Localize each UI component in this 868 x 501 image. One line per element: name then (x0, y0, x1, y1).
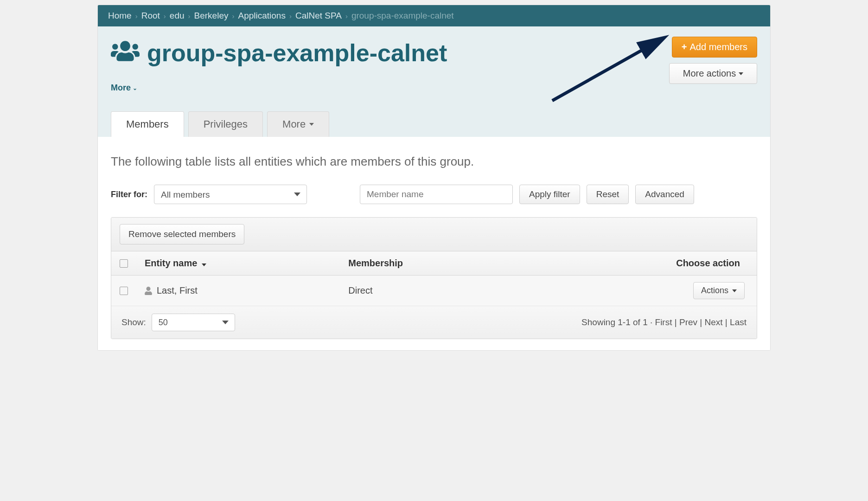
row-actions-button[interactable]: Actions (693, 282, 745, 299)
plus-icon: + (682, 42, 687, 52)
group-icon (111, 37, 140, 69)
more-options-link[interactable]: More ⌄ (111, 83, 137, 93)
sort-desc-icon (202, 263, 206, 266)
row-actions-label: Actions (701, 286, 728, 295)
paging-text: Showing 1-1 of 1 · First | Prev | Next |… (581, 317, 747, 327)
chevron-right-icon: › (289, 12, 292, 20)
table-description: The following table lists all entities w… (111, 154, 757, 169)
breadcrumb-calnet-spa[interactable]: CalNet SPA (295, 11, 342, 21)
tab-more[interactable]: More (267, 111, 329, 137)
filter-label: Filter for: (111, 190, 147, 199)
membership-value: Direct (340, 276, 525, 306)
header: group-spa-example-calnet More ⌄ + Add me… (98, 26, 770, 137)
chevron-right-icon: › (345, 12, 348, 20)
tab-privileges-label: Privileges (204, 118, 248, 130)
show-count-select[interactable]: 50 (152, 314, 235, 331)
breadcrumb-root[interactable]: Root (141, 11, 160, 21)
select-all-checkbox[interactable] (120, 259, 128, 268)
members-table: Entity name Membership Choose action (111, 251, 757, 306)
caret-down-icon (732, 289, 737, 292)
tabs: Members Privileges More (111, 111, 757, 137)
members-table-panel: Remove selected members Entity name Memb… (111, 217, 757, 339)
choose-action-header: Choose action (525, 251, 757, 276)
person-icon (145, 287, 152, 295)
chevron-right-icon: › (135, 12, 138, 20)
row-checkbox[interactable] (120, 287, 128, 295)
member-name-input[interactable] (360, 185, 513, 204)
membership-header[interactable]: Membership (340, 251, 525, 276)
reset-button[interactable]: Reset (587, 185, 629, 204)
breadcrumb-current: group-spa-example-calnet (351, 11, 454, 21)
entity-name-header[interactable]: Entity name (136, 251, 340, 276)
table-toolbar: Remove selected members (111, 218, 757, 251)
tab-members-label: Members (126, 118, 169, 130)
chevron-down-icon: ⌄ (133, 85, 137, 91)
breadcrumb-home[interactable]: Home (108, 11, 132, 21)
entity-name-value: Last, First (157, 285, 198, 296)
tab-members[interactable]: Members (111, 111, 184, 137)
entity-name-header-label: Entity name (145, 258, 197, 268)
more-label: More (111, 83, 131, 93)
chevron-right-icon: › (188, 12, 191, 20)
chevron-right-icon: › (232, 12, 234, 20)
page-title-text: group-spa-example-calnet (147, 41, 447, 65)
filter-for-select[interactable]: All members (154, 185, 307, 204)
caret-down-icon (309, 123, 314, 126)
filter-row: Filter for: All members Apply filter Res… (111, 185, 757, 204)
table-footer: Show: 50 Showing 1-1 of 1 · First | Prev… (111, 306, 757, 339)
caret-down-icon (739, 72, 743, 75)
paging-info[interactable]: Showing 1-1 of 1 · First | Prev | Next |… (581, 317, 747, 328)
breadcrumb-berkeley[interactable]: Berkeley (194, 11, 229, 21)
more-actions-label: More actions (683, 68, 736, 79)
tab-privileges[interactable]: Privileges (188, 111, 263, 137)
breadcrumb-applications[interactable]: Applications (238, 11, 285, 21)
breadcrumb: Home › Root › edu › Berkeley › Applicati… (98, 5, 770, 26)
tab-more-label: More (282, 118, 306, 130)
table-row: Last, First Direct Actions (111, 276, 757, 306)
apply-filter-button[interactable]: Apply filter (519, 185, 580, 204)
select-all-header (111, 251, 136, 276)
chevron-right-icon: › (164, 12, 166, 20)
breadcrumb-edu[interactable]: edu (170, 11, 185, 21)
more-actions-button[interactable]: More actions (669, 63, 757, 84)
add-members-label: Add members (690, 42, 748, 52)
tab-content: The following table lists all entities w… (98, 136, 770, 350)
show-label: Show: (121, 317, 146, 328)
add-members-button[interactable]: + Add members (672, 37, 757, 58)
advanced-button[interactable]: Advanced (635, 185, 694, 204)
page-title: group-spa-example-calnet (111, 37, 447, 69)
remove-selected-button[interactable]: Remove selected members (120, 224, 244, 244)
